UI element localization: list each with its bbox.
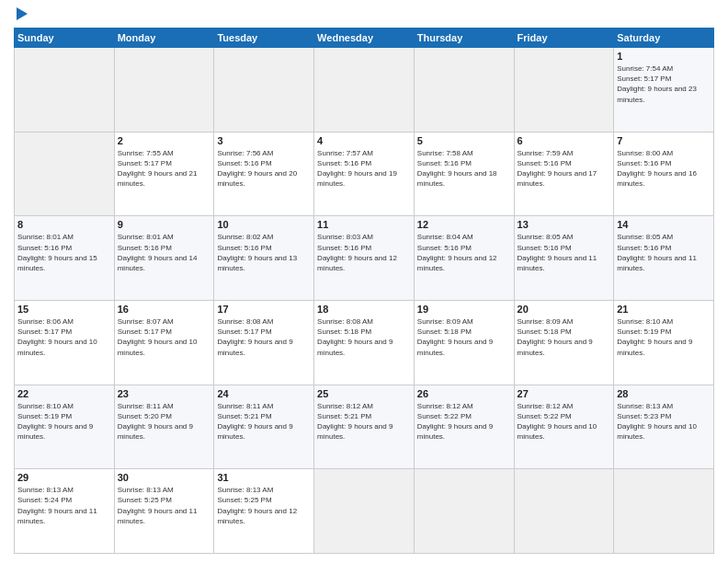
calendar-day-cell: 2Sunrise: 7:55 AM Sunset: 5:17 PM Daylig… bbox=[114, 132, 214, 216]
day-info: Sunrise: 8:12 AM Sunset: 5:22 PM Dayligh… bbox=[518, 401, 611, 442]
calendar-day-cell: 1Sunrise: 7:54 AM Sunset: 5:17 PM Daylig… bbox=[614, 48, 714, 132]
day-of-week-header: Wednesday bbox=[314, 29, 415, 48]
calendar-day-cell bbox=[414, 469, 514, 554]
calendar-day-cell: 5Sunrise: 7:58 AM Sunset: 5:16 PM Daylig… bbox=[414, 132, 514, 216]
day-info: Sunrise: 8:10 AM Sunset: 5:19 PM Dayligh… bbox=[17, 401, 111, 442]
calendar-day-cell bbox=[15, 48, 115, 132]
day-of-week-header: Sunday bbox=[15, 29, 115, 48]
calendar-day-cell: 15Sunrise: 8:06 AM Sunset: 5:17 PM Dayli… bbox=[15, 300, 115, 385]
calendar-day-cell: 8Sunrise: 8:01 AM Sunset: 5:16 PM Daylig… bbox=[15, 216, 115, 301]
day-number: 12 bbox=[417, 219, 511, 230]
calendar-day-cell: 13Sunrise: 8:05 AM Sunset: 5:16 PM Dayli… bbox=[514, 216, 614, 301]
day-number: 23 bbox=[118, 388, 211, 399]
day-info: Sunrise: 7:54 AM Sunset: 5:17 PM Dayligh… bbox=[617, 63, 711, 105]
day-number: 7 bbox=[617, 135, 711, 146]
day-info: Sunrise: 7:55 AM Sunset: 5:17 PM Dayligh… bbox=[118, 148, 211, 190]
calendar-day-cell: 24Sunrise: 8:11 AM Sunset: 5:21 PM Dayli… bbox=[214, 385, 314, 469]
day-info: Sunrise: 8:10 AM Sunset: 5:19 PM Dayligh… bbox=[617, 316, 711, 358]
calendar-day-cell: 9Sunrise: 8:01 AM Sunset: 5:16 PM Daylig… bbox=[114, 216, 214, 301]
day-number: 5 bbox=[417, 135, 511, 146]
day-info: Sunrise: 8:02 AM Sunset: 5:16 PM Dayligh… bbox=[217, 232, 311, 273]
calendar-day-cell bbox=[314, 469, 415, 554]
calendar-day-cell: 16Sunrise: 8:07 AM Sunset: 5:17 PM Dayli… bbox=[114, 300, 214, 385]
day-number: 3 bbox=[217, 135, 311, 146]
day-info: Sunrise: 7:56 AM Sunset: 5:16 PM Dayligh… bbox=[217, 148, 311, 190]
day-info: Sunrise: 7:58 AM Sunset: 5:16 PM Dayligh… bbox=[417, 148, 511, 190]
day-info: Sunrise: 8:08 AM Sunset: 5:18 PM Dayligh… bbox=[317, 316, 411, 358]
day-info: Sunrise: 8:07 AM Sunset: 5:17 PM Dayligh… bbox=[118, 316, 211, 358]
calendar-day-cell: 19Sunrise: 8:09 AM Sunset: 5:18 PM Dayli… bbox=[414, 300, 514, 385]
day-info: Sunrise: 8:01 AM Sunset: 5:16 PM Dayligh… bbox=[118, 232, 211, 273]
day-of-week-header: Saturday bbox=[614, 29, 714, 48]
day-info: Sunrise: 8:03 AM Sunset: 5:16 PM Dayligh… bbox=[317, 232, 411, 273]
calendar-day-cell: 29Sunrise: 8:13 AM Sunset: 5:24 PM Dayli… bbox=[15, 469, 115, 554]
day-number: 27 bbox=[518, 388, 611, 399]
calendar-day-cell bbox=[414, 48, 514, 132]
day-info: Sunrise: 8:00 AM Sunset: 5:16 PM Dayligh… bbox=[617, 148, 711, 190]
calendar-day-cell: 14Sunrise: 8:05 AM Sunset: 5:16 PM Dayli… bbox=[614, 216, 714, 301]
day-info: Sunrise: 8:08 AM Sunset: 5:17 PM Dayligh… bbox=[217, 316, 311, 358]
calendar-week-row: 8Sunrise: 8:01 AM Sunset: 5:16 PM Daylig… bbox=[15, 216, 714, 301]
day-number: 18 bbox=[317, 304, 411, 315]
day-of-week-header: Thursday bbox=[414, 29, 514, 48]
calendar-day-cell: 20Sunrise: 8:09 AM Sunset: 5:18 PM Dayli… bbox=[514, 300, 614, 385]
day-number: 20 bbox=[518, 304, 611, 315]
header bbox=[14, 9, 714, 20]
day-number: 15 bbox=[17, 304, 111, 315]
day-info: Sunrise: 8:09 AM Sunset: 5:18 PM Dayligh… bbox=[417, 316, 511, 358]
day-of-week-header: Tuesday bbox=[214, 29, 314, 48]
day-number: 24 bbox=[217, 388, 311, 399]
calendar-week-row: 22Sunrise: 8:10 AM Sunset: 5:19 PM Dayli… bbox=[15, 385, 714, 469]
calendar-day-cell: 28Sunrise: 8:13 AM Sunset: 5:23 PM Dayli… bbox=[614, 385, 714, 469]
day-number: 14 bbox=[617, 219, 711, 230]
day-number: 21 bbox=[617, 304, 711, 315]
day-info: Sunrise: 8:12 AM Sunset: 5:21 PM Dayligh… bbox=[317, 401, 411, 442]
calendar-day-cell bbox=[614, 469, 714, 554]
day-info: Sunrise: 8:13 AM Sunset: 5:23 PM Dayligh… bbox=[617, 401, 711, 442]
day-info: Sunrise: 8:09 AM Sunset: 5:18 PM Dayligh… bbox=[518, 316, 611, 358]
day-number: 1 bbox=[617, 51, 711, 62]
calendar-day-cell: 23Sunrise: 8:11 AM Sunset: 5:20 PM Dayli… bbox=[114, 385, 214, 469]
day-number: 30 bbox=[118, 472, 211, 483]
day-number: 2 bbox=[118, 135, 211, 146]
page: SundayMondayTuesdayWednesdayThursdayFrid… bbox=[0, 0, 728, 563]
day-number: 19 bbox=[417, 304, 511, 315]
day-info: Sunrise: 8:13 AM Sunset: 5:24 PM Dayligh… bbox=[17, 485, 111, 526]
calendar-week-row: 2Sunrise: 7:55 AM Sunset: 5:17 PM Daylig… bbox=[15, 132, 714, 216]
calendar-day-cell bbox=[314, 48, 415, 132]
logo-arrow-icon bbox=[17, 7, 28, 20]
day-info: Sunrise: 8:05 AM Sunset: 5:16 PM Dayligh… bbox=[617, 232, 711, 273]
day-number: 29 bbox=[17, 472, 111, 483]
calendar-day-cell: 12Sunrise: 8:04 AM Sunset: 5:16 PM Dayli… bbox=[414, 216, 514, 301]
calendar-day-cell bbox=[114, 48, 214, 132]
day-info: Sunrise: 8:12 AM Sunset: 5:22 PM Dayligh… bbox=[417, 401, 511, 442]
calendar-day-cell bbox=[214, 48, 314, 132]
calendar-day-cell: 3Sunrise: 7:56 AM Sunset: 5:16 PM Daylig… bbox=[214, 132, 314, 216]
day-number: 17 bbox=[217, 304, 311, 315]
calendar-day-cell bbox=[514, 469, 614, 554]
calendar-day-cell: 31Sunrise: 8:13 AM Sunset: 5:25 PM Dayli… bbox=[214, 469, 314, 554]
day-info: Sunrise: 8:11 AM Sunset: 5:20 PM Dayligh… bbox=[118, 401, 211, 442]
day-number: 22 bbox=[17, 388, 111, 399]
calendar-day-cell bbox=[514, 48, 614, 132]
calendar-day-cell: 18Sunrise: 8:08 AM Sunset: 5:18 PM Dayli… bbox=[314, 300, 415, 385]
calendar-week-row: 15Sunrise: 8:06 AM Sunset: 5:17 PM Dayli… bbox=[15, 300, 714, 385]
day-info: Sunrise: 8:13 AM Sunset: 5:25 PM Dayligh… bbox=[118, 485, 211, 526]
day-number: 26 bbox=[417, 388, 511, 399]
day-number: 8 bbox=[17, 219, 111, 230]
calendar-day-cell: 22Sunrise: 8:10 AM Sunset: 5:19 PM Dayli… bbox=[15, 385, 115, 469]
calendar-day-cell: 7Sunrise: 8:00 AM Sunset: 5:16 PM Daylig… bbox=[614, 132, 714, 216]
day-number: 10 bbox=[217, 219, 311, 230]
calendar-day-cell: 4Sunrise: 7:57 AM Sunset: 5:16 PM Daylig… bbox=[314, 132, 415, 216]
calendar-header-row: SundayMondayTuesdayWednesdayThursdayFrid… bbox=[15, 29, 714, 48]
day-info: Sunrise: 8:04 AM Sunset: 5:16 PM Dayligh… bbox=[417, 232, 511, 273]
day-number: 11 bbox=[317, 219, 411, 230]
day-info: Sunrise: 8:06 AM Sunset: 5:17 PM Dayligh… bbox=[17, 316, 111, 358]
day-number: 28 bbox=[617, 388, 711, 399]
day-number: 25 bbox=[317, 388, 411, 399]
day-info: Sunrise: 7:59 AM Sunset: 5:16 PM Dayligh… bbox=[518, 148, 611, 190]
calendar-day-cell: 21Sunrise: 8:10 AM Sunset: 5:19 PM Dayli… bbox=[614, 300, 714, 385]
calendar-week-row: 29Sunrise: 8:13 AM Sunset: 5:24 PM Dayli… bbox=[15, 469, 714, 554]
day-of-week-header: Friday bbox=[514, 29, 614, 48]
day-number: 6 bbox=[518, 135, 611, 146]
